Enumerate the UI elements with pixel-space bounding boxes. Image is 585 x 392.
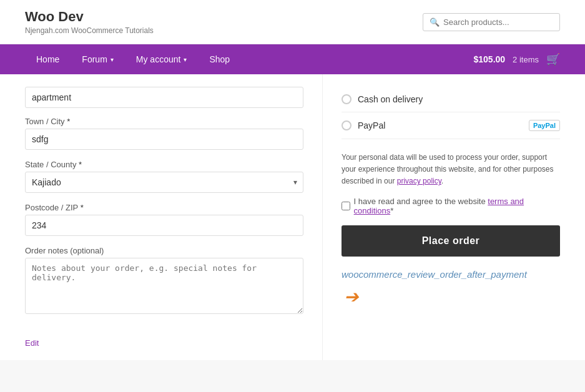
notes-label: Order notes (optional) [25,246,303,255]
postcode-label: Postcode / ZIP * [25,203,303,212]
page-content: Town / City * State / County * Kajiado ▾… [0,74,585,360]
arrow-wrap: ➔ [342,284,560,310]
nav-label-myaccount: My account [136,54,181,64]
nav-items: Home Forum ▾ My account ▾ Shop [25,44,473,74]
paypal-text: Pay [533,122,546,129]
payment-option-cod: Cash on delivery [342,87,560,112]
arrow-right-icon: ➔ [344,284,358,310]
edit-link[interactable]: Edit [25,338,39,348]
apartment-input[interactable] [25,87,303,108]
town-input[interactable] [25,129,303,150]
apartment-group [25,87,303,108]
hook-text-container: woocommerce_review_order_after_payment ➔ [342,268,560,311]
chevron-down-icon: ▾ [111,56,114,63]
site-header: Woo Dev Njengah.com WooCommerce Tutorial… [0,0,585,44]
site-title: Woo Dev [25,9,154,25]
radio-paypal[interactable] [342,120,351,130]
payment-label-paypal: PayPal [358,120,385,130]
search-input[interactable] [443,17,553,27]
nav-item-home[interactable]: Home [25,44,71,74]
cart-icon: 🛒 [546,52,560,66]
chevron-down-icon: ▾ [184,56,187,63]
privacy-notice: Your personal data will be used to proce… [342,152,560,188]
nav-item-shop[interactable]: Shop [198,44,241,74]
privacy-link[interactable]: privacy policy [397,177,441,185]
notes-group: Order notes (optional) [25,246,303,316]
left-column: Town / City * State / County * Kajiado ▾… [25,74,323,360]
town-group: Town / City * [25,117,303,150]
postcode-group: Postcode / ZIP * [25,203,303,236]
cart-count: 2 items [513,55,539,64]
state-select-wrap: Kajiado ▾ [25,172,303,193]
postcode-input[interactable] [25,215,303,236]
town-label: Town / City * [25,117,303,126]
paypal-text2: Pal [545,122,556,129]
right-column: Cash on delivery PayPal PayPal Your pers… [323,74,560,360]
terms-row: I have read and agree to the website ter… [342,197,560,215]
nav-item-myaccount[interactable]: My account ▾ [125,44,199,74]
site-branding: Woo Dev Njengah.com WooCommerce Tutorial… [25,9,154,35]
hook-text: woocommerce_review_order_after_payment [342,269,527,280]
place-order-button[interactable]: Place order [342,225,560,257]
nav-label-home: Home [36,54,59,64]
radio-cod[interactable] [342,94,351,104]
state-select[interactable]: Kajiado [25,172,303,193]
terms-checkbox[interactable] [342,202,350,210]
state-label: State / County * [25,160,303,169]
nav-label-shop: Shop [209,54,230,64]
cart-amount: $105.00 [473,54,505,64]
search-icon: 🔍 [430,17,440,27]
nav-item-forum[interactable]: Forum ▾ [71,44,124,74]
nav-cart[interactable]: $105.00 2 items 🛒 [473,52,560,66]
terms-text: I have read and agree to the website ter… [354,197,560,215]
payment-label-cod: Cash on delivery [358,94,423,104]
nav-label-forum: Forum [82,54,107,64]
paypal-logo: PayPal [529,120,560,131]
state-group: State / County * Kajiado ▾ [25,160,303,193]
site-tagline: Njengah.com WooCommerce Tutorials [25,26,154,35]
payment-option-paypal: PayPal PayPal [342,112,560,139]
site-nav: Home Forum ▾ My account ▾ Shop $105.00 2… [0,44,585,74]
notes-textarea[interactable] [25,258,303,314]
search-box[interactable]: 🔍 [423,13,560,31]
